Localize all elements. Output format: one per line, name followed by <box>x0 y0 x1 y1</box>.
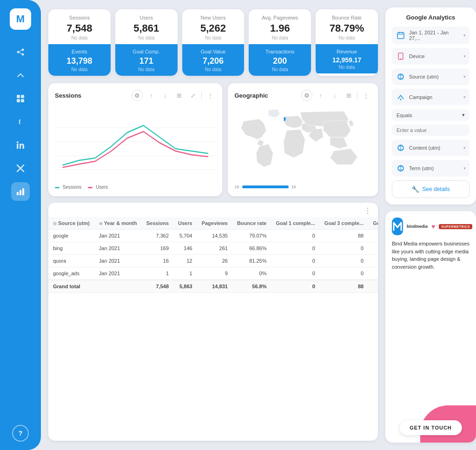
sidebar-item-linkedin[interactable] <box>11 136 30 154</box>
sidebar-item-analytics[interactable] <box>11 182 30 201</box>
ga-see-details-label: See details <box>422 186 450 192</box>
grand-total-gc <box>368 280 378 293</box>
ga-source-label: Source (utm) <box>409 74 460 79</box>
sidebar-item-grid[interactable] <box>11 89 30 108</box>
ga-equals-select[interactable]: Equals ▾ <box>392 109 469 121</box>
col-g1[interactable]: Goal 1 comple... <box>271 217 319 230</box>
row-1-g3: 0 <box>320 242 368 255</box>
ga-date-label: Jan 1, 2021 - Jan 27,... <box>409 30 460 41</box>
sidebar-item-facebook[interactable]: f <box>11 112 30 131</box>
ga-content-filter[interactable]: Content (utm) ▾ <box>392 139 469 156</box>
ga-value-input[interactable] <box>392 125 469 136</box>
geo-more-icon[interactable]: ⋮ <box>360 90 371 101</box>
sessions-table-icon[interactable]: ⊞ <box>173 90 185 101</box>
svg-rect-13 <box>20 190 21 195</box>
svg-rect-10 <box>17 144 19 149</box>
row-2-sessions: 16 <box>142 255 173 267</box>
revenue-sub: No data <box>321 65 372 70</box>
row-2-g1: 0 <box>271 255 319 267</box>
ga-device-label: Device <box>409 53 460 59</box>
col-source[interactable]: ⊟Source (utm) <box>48 217 94 230</box>
svg-line-3 <box>19 50 22 52</box>
sidebar-item-chevron[interactable] <box>11 66 30 85</box>
row-1-g1: 0 <box>271 242 319 255</box>
row-3-g1: 0 <box>271 267 319 280</box>
bind-media-logo <box>392 218 403 235</box>
ga-see-details-button[interactable]: 🔧 See details <box>392 180 469 198</box>
geo-up-icon[interactable]: ↑ <box>315 90 326 101</box>
row-3-sessions: 1 <box>142 267 173 280</box>
ga-panel: Google Analytics Jan 1, 2021 - Jan 27,..… <box>385 7 476 205</box>
ga-equals-row: Equals ▾ <box>392 109 469 121</box>
sessions-expand-icon[interactable]: ⤢ <box>187 90 198 101</box>
metric-card-bounce: Bounce Rate 78.79% No data Revenue 12,95… <box>316 9 378 76</box>
row-3-bounce: 0% <box>232 267 271 280</box>
row-2-source: quora <box>48 255 94 267</box>
sessions-chart-title: Sessions <box>55 92 129 99</box>
sessions-down-icon[interactable]: ↓ <box>159 90 171 101</box>
ga-device-filter[interactable]: Device ▾ <box>392 48 469 65</box>
sessions-legend-users: Users <box>88 185 108 190</box>
svg-rect-19 <box>397 33 404 39</box>
geo-bar-left-label: 16 <box>234 185 239 189</box>
sidebar-item-twitter[interactable] <box>11 159 30 178</box>
bind-media-description: Bind Media empowers businesses like your… <box>392 240 469 271</box>
sidebar-item-graph[interactable] <box>11 43 30 61</box>
content-icon <box>396 143 406 153</box>
term-icon <box>396 163 406 173</box>
ga-panel-title: Google Analytics <box>392 14 469 21</box>
calendar-icon <box>396 30 406 40</box>
source-icon <box>396 72 406 82</box>
row-1-source: bing <box>48 242 94 255</box>
table-row: google_ads Jan 2021 1 1 9 0% 0 0 <box>48 267 378 280</box>
help-button[interactable]: ? <box>12 425 29 442</box>
col-g3[interactable]: Goal 3 comple... <box>320 217 368 230</box>
sessions-gear-icon[interactable]: ⚙ <box>132 90 143 101</box>
row-0-pageviews: 14,535 <box>197 230 232 242</box>
svg-rect-12 <box>17 192 19 195</box>
goal-comp-sub: No data <box>121 67 172 72</box>
grand-total-pageviews: 14,831 <box>197 280 232 293</box>
pageviews-label: Avg. Pageviews <box>254 15 305 20</box>
revenue-value: 12,959.17 <box>321 56 372 64</box>
users-sub: No data <box>121 35 172 40</box>
col-gc[interactable]: Goal compl <box>368 217 378 230</box>
row-1-users: 146 <box>173 242 197 255</box>
sessions-chart-svg <box>55 105 216 179</box>
get-in-touch-button[interactable]: GET IN TOUCH <box>399 420 462 435</box>
svg-rect-8 <box>21 99 24 102</box>
pageviews-sub: No data <box>254 35 305 40</box>
sessions-sub: No data <box>54 35 105 40</box>
events-label: Events <box>54 49 105 54</box>
geo-down-icon[interactable]: ↓ <box>329 90 340 101</box>
geo-bar <box>242 185 289 188</box>
svg-rect-7 <box>17 99 20 102</box>
goal-value-sub: No data <box>188 67 239 72</box>
table-menu-button[interactable]: ⋮ <box>364 206 371 215</box>
geo-gear-icon[interactable]: ⚙ <box>301 90 312 101</box>
row-3-year: Jan 2021 <box>94 267 142 280</box>
col-sessions[interactable]: Sessions <box>142 217 173 230</box>
col-year[interactable]: ⊕Year & month <box>94 217 142 230</box>
ga-source-filter[interactable]: Source (utm) ▾ <box>392 68 469 85</box>
col-pageviews[interactable]: Pageviews <box>197 217 232 230</box>
data-table-card: ⋮ ⊟Source (utm) ⊕Year & month Sessions U… <box>48 203 378 441</box>
ga-term-filter[interactable]: Term (utm) ▾ <box>392 160 469 177</box>
col-bounce[interactable]: Bounce rate <box>232 217 271 230</box>
transactions-value: 200 <box>254 56 305 66</box>
users-label: Users <box>121 15 172 20</box>
ga-date-filter[interactable]: Jan 1, 2021 - Jan 27,... ▾ <box>392 26 469 44</box>
sidebar-logo[interactable]: M <box>10 8 31 30</box>
col-users[interactable]: Users <box>173 217 197 230</box>
device-icon <box>396 51 406 61</box>
sessions-up-icon[interactable]: ↑ <box>145 90 157 101</box>
users-value: 5,861 <box>121 22 172 34</box>
geo-chart-header: Geographic ⚙ ↑ ↓ ⊞ ⋮ <box>234 90 371 101</box>
ga-campaign-filter[interactable]: Campaign ▾ <box>392 89 469 106</box>
bounce-value: 78.79% <box>321 22 372 34</box>
row-1-pageviews: 261 <box>197 242 232 255</box>
grand-total-year <box>94 280 142 293</box>
geo-table-icon[interactable]: ⊞ <box>343 90 354 101</box>
sessions-more-icon[interactable]: ⋮ <box>205 90 216 101</box>
right-panel: Google Analytics Jan 1, 2021 - Jan 27,..… <box>385 0 476 450</box>
